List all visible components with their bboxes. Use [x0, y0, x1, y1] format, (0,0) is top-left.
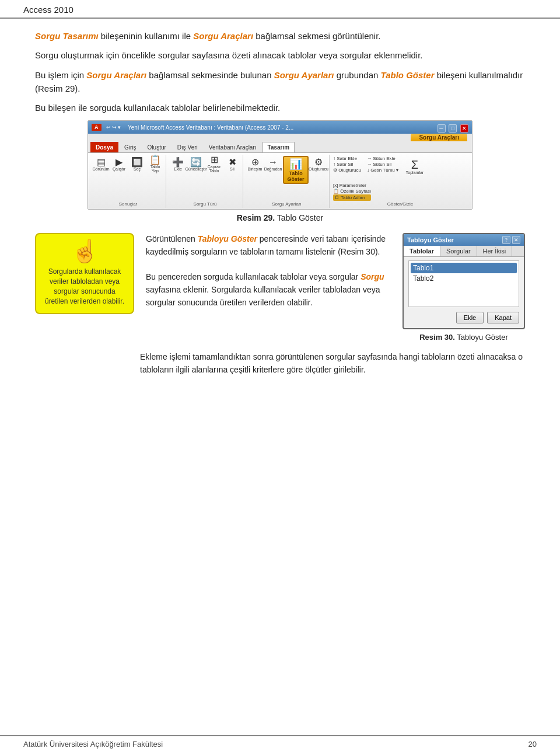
access-badge: A	[92, 124, 102, 131]
tab-olustur[interactable]: Oluştur	[142, 142, 172, 152]
tablo-adlari-btn[interactable]: 🗒 Tablo Adları	[333, 194, 371, 201]
para3-sorgu-araclari: Sorgu Araçları	[86, 70, 146, 80]
sutun-ekle-btn[interactable]: → Sütun Ekle	[367, 156, 398, 161]
paragraph-1: Sorgu Tasarımı bileşeninin kullanımı ile…	[35, 29, 525, 43]
toplamlar-icon[interactable]: Σ Toplamlar	[404, 156, 425, 177]
para3-text2: bağlamsal sekmesinde bulunan	[149, 70, 274, 80]
sec-icon[interactable]: 🔲 Seç	[129, 156, 145, 172]
ozellik-sayfasi-btn[interactable]: 📋 Özellik Sayfası	[333, 189, 371, 194]
sonuclar-label: Sonuçlar	[119, 201, 138, 207]
ribbon-titlebar-left: A ↩ ↪ ▾ Yeni Microsoft Access Veritabanı…	[92, 124, 293, 131]
page-header: Access 2010	[0, 0, 560, 19]
caption30-bold: Resim 30.	[419, 333, 455, 342]
olusturucu-icon[interactable]: ⚙ Oluşturucu	[310, 156, 327, 172]
main-content: Sorgu Tasarımı bileşeninin kullanımı ile…	[0, 19, 560, 400]
sorgu-araclari-tab-label: Sorgu Araçları	[411, 134, 467, 141]
ekle-icon[interactable]: ➕ Ekle	[170, 156, 186, 172]
left-box-text: Sorgularda kullanılacak veriler tablolad…	[43, 267, 126, 306]
dialog-list-item-tablo1[interactable]: Tablo1	[411, 263, 517, 273]
ribbon-window-btns: ─ □ ✕	[436, 123, 469, 133]
birlesim-icon[interactable]: ⊕ Birleşim	[247, 156, 263, 172]
dialog-titlebar: Tabloyu Göster ? ✕	[404, 234, 524, 246]
guncellestir-icon[interactable]: 🔄 Güncelleştir	[188, 156, 204, 172]
dialog-tabs: Tablolar Sorgular Her İkisi	[404, 246, 524, 257]
dialog-tab-sorgular[interactable]: Sorgular	[440, 246, 477, 256]
olusturucu-btn[interactable]: ⚙ Oluşturucu	[333, 168, 361, 173]
para3-text1: Bu işlem için	[35, 70, 86, 80]
right-p2-after: sayfasına eklenir. Sorgularda kullanılac…	[146, 285, 380, 307]
tab-giris[interactable]: Giriş	[119, 142, 142, 152]
dialog-container: Tabloyu Göster ? ✕ Tablolar Sorgular Her…	[402, 233, 525, 342]
ribbon-title: Yeni Microsoft Access Veritabanı : Verit…	[128, 124, 293, 131]
group-sorgu-turu: ➕ Ekle 🔄 Güncelleştir ⊞ Çapraz Tablo ✖ S…	[167, 155, 243, 208]
para1-text3: bağlamsal sekmesi görüntülenir.	[256, 31, 380, 41]
left-yellow-box: ☝ Sorgularda kullanılacak veriler tablol…	[35, 233, 134, 314]
dialog-close-btn[interactable]: ✕	[512, 236, 520, 244]
dialog-tab-her-ikisi[interactable]: Her İkisi	[477, 246, 513, 256]
ribbon-tabs: Dosya Giriş Oluştur Dış Veri Veritabanı …	[88, 141, 472, 153]
goster-gizle-icons: ↑ Satır Ekle ↑ Satır Sil ⚙ Oluşturucu → …	[333, 156, 467, 201]
maximize-btn[interactable]: □	[449, 124, 457, 133]
dialog-ekle-btn[interactable]: Ekle	[456, 312, 484, 323]
sorgu-turu-icons: ➕ Ekle 🔄 Güncelleştir ⊞ Çapraz Tablo ✖ S…	[170, 156, 240, 201]
dialog-list-item-tablo2[interactable]: Tablo2	[411, 273, 517, 284]
caption29-bold: Resim 29.	[237, 213, 275, 222]
footer-page-number: 20	[528, 740, 537, 748]
caption29-label: Tablo Göster	[277, 213, 323, 222]
ribbon-titlebar: A ↩ ↪ ▾ Yeni Microsoft Access Veritabanı…	[88, 121, 472, 134]
calistir-icon[interactable]: ▶ Çalıştır	[111, 156, 127, 172]
tablo-goster-btn[interactable]: 📊 TabloGöster	[283, 156, 309, 184]
sorgu-ayarlari-label: Sorgu Ayarları	[272, 201, 302, 207]
satir-sil-btn[interactable]: ↑ Satır Sil	[333, 162, 361, 167]
goruntum-icon[interactable]: ▤ Görünüm	[93, 156, 109, 172]
two-col-section: ☝ Sorgularda kullanılacak veriler tablol…	[35, 233, 525, 342]
footer-institution: Atatürk Üniversitesi Açıköğretim Fakülte…	[23, 740, 163, 748]
hand-icon: ☝	[71, 240, 99, 262]
page-footer: Atatürk Üniversitesi Açıköğretim Fakülte…	[0, 735, 560, 752]
caption-30: Resim 30. Tabloyu Göster	[402, 333, 525, 342]
ribbon-body: ▤ Görünüm ▶ Çalıştır 🔲 Seç 📋 Tablo Yap	[88, 153, 472, 209]
sorgu-ayarlari-icons: ⊕ Birleşim → Doğrudan 📊 TabloGöster ⚙ Ol…	[247, 156, 327, 201]
goster-gizle-label: Göster/Gizle	[387, 201, 413, 207]
sutun-sil-btn[interactable]: → Sütun Sil	[367, 162, 398, 167]
tablo-yap-icon[interactable]: 📋 Tablo Yap	[147, 156, 163, 172]
dogrudan-icon[interactable]: → Doğrudan	[265, 156, 281, 172]
capraz-tablo-icon[interactable]: ⊞ Çapraz Tablo	[206, 156, 222, 172]
right-text-col: Görüntülenen Tabloyu Göster penceresinde…	[146, 233, 391, 309]
contextual-tab-bar: Sorgu Araçları	[88, 134, 472, 141]
page-title: Access 2010	[23, 5, 74, 15]
group-sonuclar: ▤ Görünüm ▶ Çalıştır 🔲 Seç 📋 Tablo Yap	[90, 155, 166, 208]
tab-tasarim[interactable]: Tasarım	[262, 142, 295, 152]
dialog-kapat-btn[interactable]: Kapat	[487, 312, 519, 323]
paragraph-2: Sorgu oluşturmak için öncelikle sorgular…	[35, 48, 525, 62]
dialog-tab-tablolar[interactable]: Tablolar	[404, 246, 440, 256]
minimize-btn[interactable]: ─	[438, 124, 446, 133]
tab-veritabani-araclari[interactable]: Veritabanı Araçları	[204, 142, 262, 152]
paragraph-4: Bu bileşen ile sorguda kullanılacak tabl…	[35, 101, 525, 114]
tab-dosya[interactable]: Dosya	[90, 142, 118, 152]
right-p2-before: Bu pencereden sorguda kullanılacak tablo…	[146, 272, 360, 281]
dialog-window-btns: ? ✕	[502, 236, 520, 244]
satir-sutun-group: ↑ Satır Ekle ↑ Satır Sil ⚙ Oluşturucu	[333, 156, 361, 177]
right-para-1: Görüntülenen Tabloyu Göster penceresinde…	[146, 233, 391, 258]
tab-dis-veri[interactable]: Dış Veri	[172, 142, 203, 152]
sil-icon[interactable]: ✖ Sil	[224, 156, 240, 172]
sorgu-araclari-text: Sorgu Araçları	[193, 31, 253, 41]
close-btn[interactable]: ✕	[460, 124, 468, 133]
ribbon-screenshot: A ↩ ↪ ▾ Yeni Microsoft Access Veritabanı…	[88, 120, 473, 210]
dialog-list: Tablo1 Tablo2	[408, 260, 519, 307]
group-goster-gizle: ↑ Satır Ekle ↑ Satır Sil ⚙ Oluşturucu → …	[331, 155, 470, 208]
sutun-group: → Sütun Ekle → Sütun Sil ↓ Getin Tümü ▾	[367, 156, 398, 177]
parametreler-btn[interactable]: [x] Parametreler	[333, 183, 371, 188]
dialog-help-btn[interactable]: ?	[502, 236, 510, 244]
satir-ekle-btn[interactable]: ↑ Satır Ekle	[333, 156, 361, 161]
para3-text3: grubundan	[337, 70, 381, 80]
group-sorgu-ayarlari: ⊕ Birleşim → Doğrudan 📊 TabloGöster ⚙ Ol…	[244, 155, 330, 208]
right-p2-sorgu: Sorgu	[360, 272, 384, 281]
dialog-title: Tabloyu Göster	[407, 236, 454, 243]
para3-tablo-goster: Tablo Göster	[381, 70, 435, 80]
getin-btn[interactable]: ↓ Getin Tümü ▾	[367, 168, 398, 173]
para3-sorgu-ayarlari: Sorgu Ayarları	[274, 70, 334, 80]
ozellik-group: [x] Parametreler 📋 Özellik Sayfası 🗒 Tab…	[333, 183, 371, 201]
caption30-label: Tabloyu Göster	[457, 333, 508, 342]
